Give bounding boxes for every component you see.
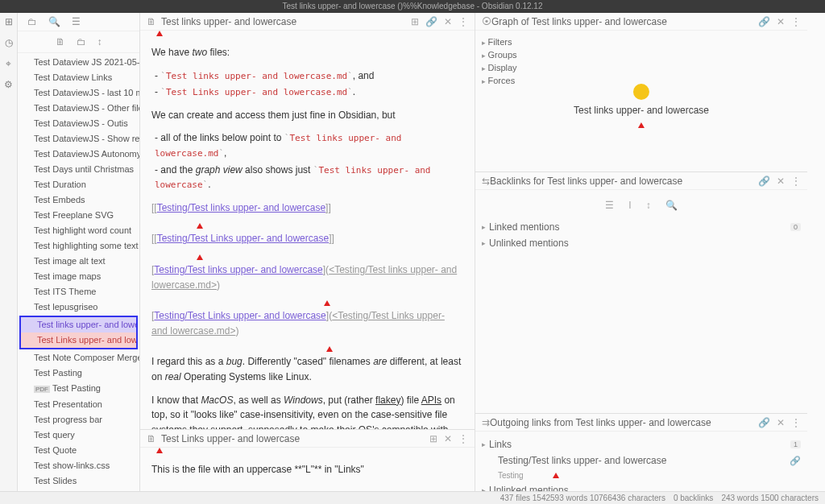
new-file-icon[interactable]: 🗎 xyxy=(56,36,65,48)
sidebar-tabs: 🗀 🔍 ☰ xyxy=(18,13,139,31)
file-item[interactable]: Test image alt text xyxy=(18,254,139,269)
file-item[interactable]: Test highlighting some text xyxy=(18,238,139,254)
file-item[interactable]: Test Dataview Links xyxy=(18,70,139,85)
file-item[interactable]: Test highlight word count xyxy=(18,223,139,238)
close-icon[interactable]: ✕ xyxy=(777,176,785,187)
outgoing-link-item[interactable]: Testing/Test links upper- and lowercase … xyxy=(482,452,801,469)
file-list[interactable]: Test Dataview JS 2021-05-16Test Dataview… xyxy=(18,53,139,504)
graph-filters[interactable]: Filters xyxy=(482,35,517,48)
link-icon[interactable]: 🔗 xyxy=(758,176,770,187)
file-item[interactable]: Test show-links.css xyxy=(18,458,139,473)
outgoing-links[interactable]: Links1 xyxy=(482,436,801,452)
close-icon[interactable]: ✕ xyxy=(777,16,785,27)
more-icon[interactable]: ⋮ xyxy=(458,16,468,27)
list-item: all of the links below point to Test lin… xyxy=(155,130,463,160)
file-item[interactable]: Test DataviewJS AutonomyGaps 20 xyxy=(18,147,139,162)
graph-display[interactable]: Display xyxy=(482,61,517,74)
graph-pane: ⦿ Graph of Test links upper- and lowerca… xyxy=(475,13,807,172)
search-icon[interactable]: 🔍 xyxy=(665,200,678,211)
graph-groups[interactable]: Groups xyxy=(482,48,517,61)
pane-title: Backlinks for Test links upper- and lowe… xyxy=(490,176,758,187)
more-icon[interactable]: ⋮ xyxy=(791,417,801,428)
more-icon[interactable]: ⋮ xyxy=(791,176,801,187)
file-item[interactable]: Test Duration xyxy=(18,177,139,192)
file-item[interactable]: Test progress bar xyxy=(18,412,139,428)
file-item[interactable]: Test Quote xyxy=(18,443,139,458)
new-folder-icon[interactable]: 🗀 xyxy=(77,36,86,48)
link-icon[interactable]: 🔗 xyxy=(425,16,437,27)
preview-icon[interactable]: ⊞ xyxy=(411,16,419,27)
file-item[interactable]: Test Pasting xyxy=(18,381,139,397)
red-arrow-icon xyxy=(638,122,645,128)
document-icon: 🗎 xyxy=(147,433,156,444)
list-item: Test links upper- and lowercase.md, and xyxy=(155,68,463,84)
pane-title: Test links upper- and lowercase xyxy=(161,16,411,27)
close-icon[interactable]: ✕ xyxy=(777,417,785,428)
more-icon[interactable]: ⋮ xyxy=(791,16,801,27)
search-tab-icon[interactable]: 🔍 xyxy=(48,16,60,27)
collapse-icon[interactable]: ☰ xyxy=(605,200,614,211)
list-item: and the graph view also shows just Test … xyxy=(155,163,463,192)
file-item[interactable]: Test DataviewJS - Show remaining n xyxy=(18,131,139,147)
paragraph: I regard this as a bug. Differently "cas… xyxy=(151,354,463,384)
red-arrow-icon xyxy=(156,448,163,453)
unlinked-mentions[interactable]: Unlinked mentions xyxy=(482,235,801,251)
close-icon[interactable]: ✕ xyxy=(444,433,452,444)
ribbon-icon[interactable]: ⌖ xyxy=(6,58,11,69)
close-icon[interactable]: ✕ xyxy=(444,16,452,27)
file-item[interactable]: Test DataviewJS - Outis xyxy=(18,116,139,131)
file-item[interactable]: Test Links upper- and lowercase xyxy=(21,333,136,348)
preview-icon[interactable]: ⊞ xyxy=(429,433,437,444)
node-dot-icon xyxy=(633,84,649,100)
link-icon[interactable]: 🔗 xyxy=(758,16,770,27)
ribbon-icon[interactable]: ⚙ xyxy=(4,79,13,90)
file-item[interactable]: Test Dataview JS 2021-05-16 xyxy=(18,55,139,70)
file-item[interactable]: Test DataviewJS - last 10 modified n xyxy=(18,85,139,101)
graph-forces[interactable]: Forces xyxy=(482,74,517,87)
file-item[interactable]: Test Note Composer Merge xyxy=(18,350,139,366)
link-icon[interactable]: 🔗 xyxy=(758,417,770,428)
status-words: 243 words 1500 characters xyxy=(721,494,819,502)
wikilink[interactable]: [[Testing/Test Links upper- and lowercas… xyxy=(151,231,463,246)
file-item[interactable]: Test query xyxy=(18,428,139,443)
file-item[interactable]: Test ITS Theme xyxy=(18,284,139,300)
md-link[interactable]: [Testing/Test Links upper- and lowercase… xyxy=(151,308,463,338)
linked-mentions[interactable]: Linked mentions0 xyxy=(482,219,801,235)
md-link[interactable]: [Testing/Test links upper- and lowercase… xyxy=(151,262,463,292)
paragraph: I know that MacOS, as well as Windows, p… xyxy=(151,393,463,430)
sort-icon[interactable]: ↕ xyxy=(646,200,651,211)
files-tab-icon[interactable]: 🗀 xyxy=(27,16,37,27)
backlinks-pane: ⇆ Backlinks for Test links upper- and lo… xyxy=(475,172,807,414)
file-item[interactable]: Test links upper- and lowercase xyxy=(21,317,136,333)
graph-icon: ⦿ xyxy=(482,16,491,27)
graph-canvas[interactable]: Filters Groups Display Forces Test links… xyxy=(475,31,807,171)
file-item[interactable]: Test image maps xyxy=(18,269,139,284)
file-item[interactable]: Test Pasting xyxy=(18,366,139,381)
file-item[interactable]: Test Freeplane SVG xyxy=(18,208,139,223)
list-item: Test Links upper- and lowercase.md. xyxy=(155,85,463,100)
more-icon[interactable]: ⋮ xyxy=(458,433,468,444)
file-item[interactable]: Test DataviewJS - Other filetypes xyxy=(18,101,139,116)
link-icon: 🔗 xyxy=(790,456,801,466)
window-titlebar: Test links upper- and lowercase ()%%Know… xyxy=(0,0,825,13)
wikilink[interactable]: [[Testing/Test links upper- and lowercas… xyxy=(151,200,463,216)
editor-content[interactable]: We have two files: Test links upper- and… xyxy=(140,39,475,429)
graph-node[interactable]: Test links upper- and lowercase xyxy=(574,84,709,130)
sort-icon[interactable]: ↕ xyxy=(97,36,102,48)
ribbon-icon[interactable]: ⊞ xyxy=(5,16,13,27)
outgoing-tag: Testing xyxy=(482,469,801,482)
red-arrow-icon xyxy=(324,300,330,306)
file-item[interactable]: Test Presentation xyxy=(18,397,139,412)
file-item[interactable]: Test Slides xyxy=(18,473,139,489)
sidebar-tools: 🗎 🗀 ↕ xyxy=(18,31,139,53)
backlink-tools: ☰ I ↕ 🔍 xyxy=(482,196,801,219)
status-files: 437 files 1542593 words 10766436 charact… xyxy=(500,494,665,502)
ribbon-icon[interactable]: ◷ xyxy=(5,37,13,48)
file-item[interactable]: Test Embeds xyxy=(18,192,139,208)
paragraph: This is the file with an uppercase **"L"… xyxy=(151,462,463,477)
context-icon[interactable]: I xyxy=(628,200,631,211)
star-tab-icon[interactable]: ☰ xyxy=(72,16,81,27)
highlight-box-blue: Test links upper- and lowercaseTest Link… xyxy=(19,316,138,349)
file-item[interactable]: Test Days until Christmas xyxy=(18,162,139,177)
file-item[interactable]: Test lepusgriseo xyxy=(18,300,139,315)
